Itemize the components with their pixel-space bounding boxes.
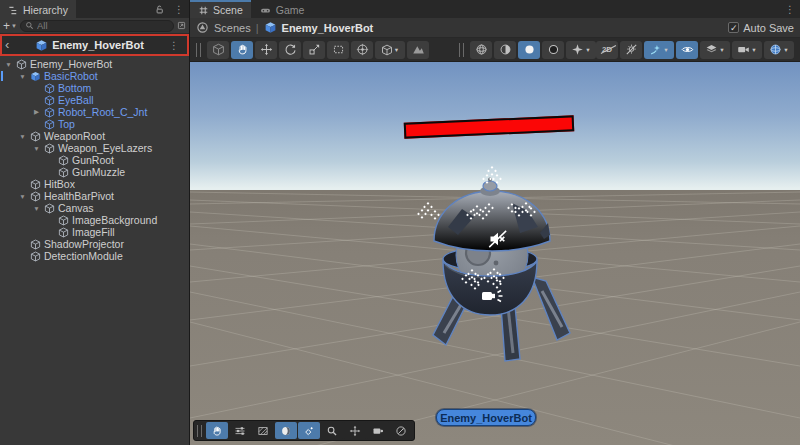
sphere-crescent-icon [280, 425, 292, 437]
lighting-toggle-button[interactable] [620, 41, 642, 59]
hierarchy-menu-kebab-icon[interactable] [169, 0, 189, 18]
tab-game[interactable]: Game [251, 0, 313, 18]
tree-item[interactable]: WeaponRoot [0, 130, 189, 142]
foldout-icon[interactable] [32, 145, 41, 152]
tab-scene[interactable]: Scene [190, 0, 251, 18]
camera-icon [372, 425, 384, 437]
debug-draw-button[interactable]: ▼ [566, 41, 596, 59]
shaded-mode-button[interactable] [518, 41, 540, 59]
wire-globe-icon [475, 43, 488, 56]
half-shaded-button[interactable] [494, 41, 516, 59]
prefab-header-kebab-icon[interactable] [164, 40, 184, 51]
editor-tools-button[interactable] [407, 41, 429, 59]
scene-menu-kebab-icon[interactable] [780, 0, 800, 18]
rotate-tool-button[interactable] [279, 41, 301, 59]
zoom-button[interactable] [321, 422, 343, 439]
lock-icon[interactable] [150, 0, 169, 18]
rect-tool-button[interactable] [327, 41, 349, 59]
tab-hierarchy-label: Hierarchy [23, 4, 68, 16]
foldout-icon[interactable] [18, 133, 27, 140]
tree-item[interactable]: Enemy_HoverBot [0, 58, 189, 70]
scene-badge-icon [196, 21, 209, 34]
particles-diamond-icon [303, 425, 315, 437]
tree-item[interactable]: Top [0, 118, 189, 130]
foldout-icon[interactable] [4, 61, 13, 68]
create-object-button[interactable]: +▼ [3, 21, 17, 31]
tab-scene-label: Scene [213, 4, 243, 16]
2d-toggle-button[interactable]: 2D [596, 41, 618, 59]
hoverbot-model[interactable] [420, 175, 590, 375]
custom-tool-button[interactable]: ▼ [375, 41, 405, 59]
back-chevron-icon[interactable] [5, 40, 15, 50]
cube-icon [381, 44, 393, 56]
hierarchy-panel: Hierarchy +▼ Enemy_HoverBot [0, 0, 190, 445]
tree-item[interactable]: Bottom [0, 82, 189, 94]
drag-grip[interactable] [197, 425, 202, 437]
compass-button[interactable] [390, 422, 412, 439]
audio-muted-gizmo-icon[interactable] [488, 229, 508, 249]
foldout-icon[interactable] [18, 193, 27, 200]
tree-item[interactable]: BasicRobot [0, 70, 189, 82]
breadcrumb-root[interactable]: Scenes [214, 22, 251, 34]
search-icon [25, 21, 34, 30]
tree-item[interactable]: Robot_Root_C_Jnt [0, 106, 189, 118]
scale-tool-button[interactable] [303, 41, 325, 59]
breadcrumb-current[interactable]: Enemy_HoverBot [282, 22, 374, 34]
transform-tool-button[interactable] [351, 41, 373, 59]
shaded-wireframe-button[interactable] [470, 41, 492, 59]
tree-item[interactable]: Weapon_EyeLazers [0, 142, 189, 154]
drag-grip[interactable] [196, 43, 201, 57]
tree-item[interactable]: EyeBall [0, 94, 189, 106]
hierarchy-search-field[interactable] [20, 20, 174, 32]
tool-context-button[interactable] [207, 41, 229, 59]
sphere-shading-button[interactable] [275, 422, 297, 439]
foldout-icon[interactable] [32, 108, 41, 116]
particles-toggle-button[interactable] [298, 422, 320, 439]
2d-icon: 2D [602, 45, 612, 54]
scene-visibility-button[interactable] [676, 41, 698, 59]
move-nav-button[interactable] [344, 422, 366, 439]
tab-hierarchy[interactable]: Hierarchy [0, 0, 76, 18]
tree-item[interactable]: ImageFill [0, 226, 189, 238]
tree-item[interactable]: ImageBackground [0, 214, 189, 226]
selection-label[interactable]: Enemy_HoverBot [436, 409, 536, 426]
move-tool-button[interactable] [255, 41, 277, 59]
effects-dropdown-button[interactable]: ▼ [644, 41, 674, 59]
projector-gizmo-icon[interactable] [481, 288, 505, 304]
wireframe-mode-button[interactable] [542, 41, 564, 59]
gizmos-dropdown-button[interactable]: ▼ [764, 41, 794, 59]
wireframe-hatch-button[interactable] [252, 422, 274, 439]
gameobject-cube-icon [44, 203, 55, 214]
auto-save-toggle[interactable]: Auto Save [728, 22, 794, 34]
tree-item[interactable]: ShadowProjector [0, 238, 189, 250]
magnifier-icon [326, 425, 338, 437]
breadcrumb-separator: | [256, 22, 259, 34]
tree-item[interactable]: HealthBarPivot [0, 190, 189, 202]
settings-sliders-button[interactable] [229, 422, 251, 439]
hierarchy-icon [8, 5, 19, 16]
drag-grip[interactable] [459, 43, 464, 57]
camera-overlay-button[interactable]: ▼ [732, 41, 762, 59]
auto-save-checkbox[interactable] [728, 22, 739, 33]
scene-viewport[interactable]: Enemy_HoverBot [190, 62, 800, 445]
view-hand-tool-button[interactable] [231, 41, 253, 59]
foldout-icon[interactable] [32, 205, 41, 212]
prefab-mode-header[interactable]: Enemy_HoverBot [0, 34, 189, 56]
gameobject-cube-icon [30, 131, 41, 142]
picker-icon[interactable] [177, 19, 186, 32]
tree-item[interactable]: HitBox [0, 178, 189, 190]
tree-item[interactable]: GunMuzzle [0, 166, 189, 178]
tools-overlay: ▼ [194, 41, 429, 59]
tree-item[interactable]: DetectionModule [0, 250, 189, 262]
camera-nav-button[interactable] [367, 422, 389, 439]
pan-hand-button[interactable] [206, 422, 228, 439]
move-icon [260, 43, 273, 56]
tree-item[interactable]: Canvas [0, 202, 189, 214]
layers-dropdown-button[interactable]: ▼ [700, 41, 730, 59]
chevron-down-icon: ▼ [783, 47, 788, 53]
gameobject-cube-icon [44, 83, 55, 94]
search-input[interactable] [37, 20, 169, 31]
foldout-icon[interactable] [18, 73, 27, 80]
tree-item[interactable]: GunRoot [0, 154, 189, 166]
health-bar[interactable] [404, 115, 575, 138]
